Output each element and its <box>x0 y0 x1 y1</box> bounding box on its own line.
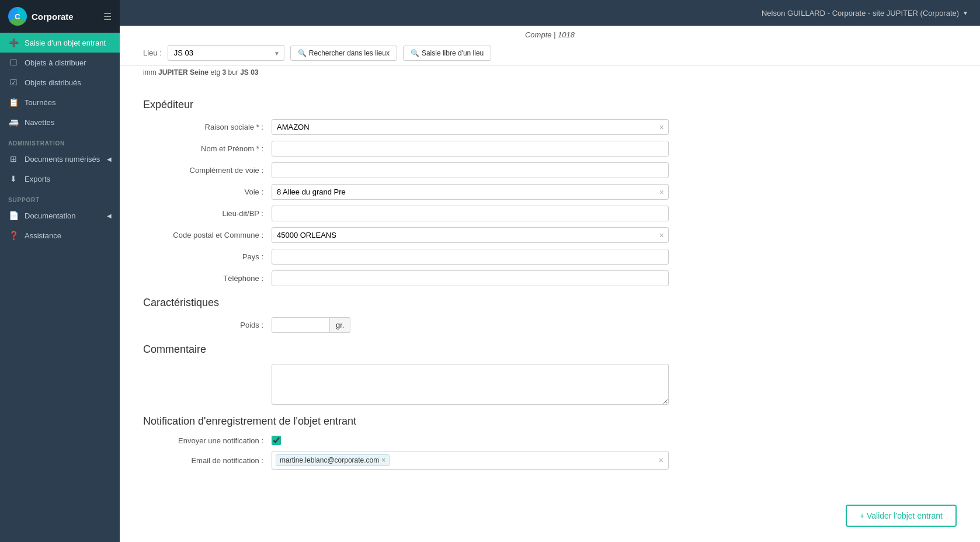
partial-top-text: Compte | 1018 <box>120 26 980 39</box>
raison-sociale-label: Raison sociale * : <box>143 123 272 131</box>
email-tag-remove-icon[interactable]: × <box>381 456 385 464</box>
location-sub-info: imm JUPITER Seine etg 3 bur JS 03 <box>120 66 980 82</box>
email-tags-wrap[interactable]: martine.leblanc@corporate.com × × <box>272 451 669 470</box>
location-row: Lieu : JS 03 ▼ 🔍 Rechercher dans les lie… <box>120 39 980 66</box>
help-icon: ❓ <box>8 231 19 240</box>
pays-input[interactable] <box>272 249 669 265</box>
poids-wrap: gr. <box>272 317 350 333</box>
location-select-wrap: JS 03 ▼ <box>168 45 284 61</box>
checkbox-checked-icon: ☑ <box>8 78 19 87</box>
sidebar-item-label: Exports <box>25 175 50 183</box>
sidebar-logo-title: Corporate <box>32 12 74 22</box>
nom-prenom-input[interactable] <box>272 141 669 157</box>
notification-checkbox-wrap <box>272 436 281 445</box>
email-notification-label: Email de notification : <box>143 456 272 465</box>
sidebar-item-exports[interactable]: ⬇ Exports <box>0 169 120 189</box>
sidebar-item-objets-distribuer[interactable]: ☐ Objets à distribuer <box>0 53 120 72</box>
form-area: Expéditeur Raison sociale * : × Nom et P… <box>120 82 980 493</box>
topbar-user[interactable]: Nelson GUILLARD - Corporate - site JUPIT… <box>762 9 968 18</box>
email-tag-input[interactable] <box>392 456 652 465</box>
code-postal-wrap: × <box>272 227 669 243</box>
hamburger-icon[interactable]: ☰ <box>103 11 112 22</box>
validate-button[interactable]: + Valider l'objet entrant <box>846 505 957 527</box>
main-panel: Nelson GUILLARD - Corporate - site JUPIT… <box>120 0 980 542</box>
grid-icon: ⊞ <box>8 154 19 164</box>
sidebar-item-label: Navettes <box>25 118 54 127</box>
lieu-dit-label: Lieu-dit/BP : <box>143 209 272 218</box>
sidebar-item-navettes[interactable]: 🚐 Navettes <box>0 112 120 132</box>
raison-sociale-row: Raison sociale * : × <box>143 119 957 135</box>
sidebar-item-label: Documents numérisés <box>25 155 100 164</box>
lieu-dit-row: Lieu-dit/BP : <box>143 206 957 221</box>
commentaire-row <box>143 364 957 405</box>
pays-row: Pays : <box>143 249 957 265</box>
telephone-input[interactable] <box>272 270 669 286</box>
sidebar-header: C Corporate ☰ <box>0 0 120 33</box>
expediteur-heading: Expéditeur <box>143 99 957 111</box>
content-area: Compte | 1018 Lieu : JS 03 ▼ 🔍 Recherche… <box>120 26 980 542</box>
notification-envoyer-label: Envoyer une notification : <box>143 436 272 445</box>
location-select[interactable]: JS 03 <box>168 45 284 61</box>
sidebar-item-label: Saisie d'un objet entrant <box>25 39 106 47</box>
email-tags-clear-icon[interactable]: × <box>659 456 663 465</box>
notification-heading: Notification d'enregistrement de l'objet… <box>143 415 957 428</box>
sidebar-item-tournees[interactable]: 📋 Tournées <box>0 92 120 112</box>
notification-checkbox[interactable] <box>272 436 281 445</box>
complement-input[interactable] <box>272 162 669 178</box>
lieu-dit-input[interactable] <box>272 206 669 221</box>
lieu-dit-wrap <box>272 206 669 221</box>
chevron-right-icon2: ◀ <box>107 213 112 219</box>
nom-prenom-label: Nom et Prénom * : <box>143 144 272 153</box>
notification-envoyer-row: Envoyer une notification : <box>143 436 957 445</box>
topbar: Nelson GUILLARD - Corporate - site JUPIT… <box>120 0 980 26</box>
complement-label: Complément de voie : <box>143 166 272 175</box>
code-postal-clear-icon[interactable]: × <box>659 231 664 240</box>
sidebar-item-saisie-objet-entrant[interactable]: ➕ Saisie d'un objet entrant <box>0 33 120 53</box>
sidebar-item-objets-distribues[interactable]: ☑ Objets distribués <box>0 72 120 92</box>
download-icon: ⬇ <box>8 174 19 183</box>
email-tag: martine.leblanc@corporate.com × <box>276 454 390 466</box>
voie-clear-icon[interactable]: × <box>659 187 664 197</box>
complement-row: Complément de voie : <box>143 162 957 178</box>
search-icon: 🔍 <box>298 49 307 57</box>
pays-wrap <box>272 249 669 265</box>
sidebar-item-documentation[interactable]: 📄 Documentation ◀ <box>0 206 120 225</box>
search-in-places-button[interactable]: 🔍 Rechercher dans les lieux <box>290 46 397 61</box>
chevron-right-icon: ◀ <box>107 156 112 162</box>
sidebar-item-label: Tournées <box>25 98 55 107</box>
free-entry-place-button[interactable]: 🔍 Saisie libre d'un lieu <box>403 46 491 61</box>
voie-input[interactable] <box>272 184 669 200</box>
sidebar-item-assistance[interactable]: ❓ Assistance <box>0 225 120 245</box>
poids-row: Poids : gr. <box>143 317 957 333</box>
sidebar-item-label: Documentation <box>25 211 75 220</box>
code-postal-label: Code postal et Commune : <box>143 231 272 239</box>
raison-sociale-clear-icon[interactable]: × <box>659 123 664 132</box>
van-icon: 🚐 <box>8 117 19 127</box>
sidebar-item-documents-numerises[interactable]: ⊞ Documents numérisés ◀ <box>0 149 120 169</box>
commentaire-textarea[interactable] <box>272 364 669 405</box>
complement-wrap <box>272 162 669 178</box>
email-notification-row: Email de notification : martine.leblanc@… <box>143 451 957 470</box>
nom-prenom-wrap <box>272 141 669 157</box>
checkbox-empty-icon: ☐ <box>8 58 19 67</box>
commentaire-heading: Commentaire <box>143 343 957 356</box>
telephone-label: Téléphone : <box>143 274 272 283</box>
sidebar-item-label: Objets distribués <box>25 78 81 87</box>
doc-icon: 📄 <box>8 211 19 220</box>
voie-wrap: × <box>272 184 669 200</box>
poids-input[interactable] <box>272 317 330 333</box>
code-postal-input[interactable] <box>272 227 669 243</box>
pays-label: Pays : <box>143 252 272 261</box>
voie-row: Voie : × <box>143 184 957 200</box>
raison-sociale-input[interactable] <box>272 119 669 135</box>
user-label: Nelson GUILLARD - Corporate - site JUPIT… <box>762 9 959 18</box>
free-entry-icon: 🔍 <box>411 49 419 57</box>
code-postal-row: Code postal et Commune : × <box>143 227 957 243</box>
sidebar-item-label: Assistance <box>25 231 61 240</box>
commentaire-label <box>143 364 272 367</box>
plus-icon: ➕ <box>8 38 19 47</box>
logo-icon: C <box>8 7 27 26</box>
validate-row: + Valider l'objet entrant <box>120 493 980 542</box>
poids-label: Poids : <box>143 321 272 329</box>
poids-unit-label: gr. <box>330 317 350 333</box>
